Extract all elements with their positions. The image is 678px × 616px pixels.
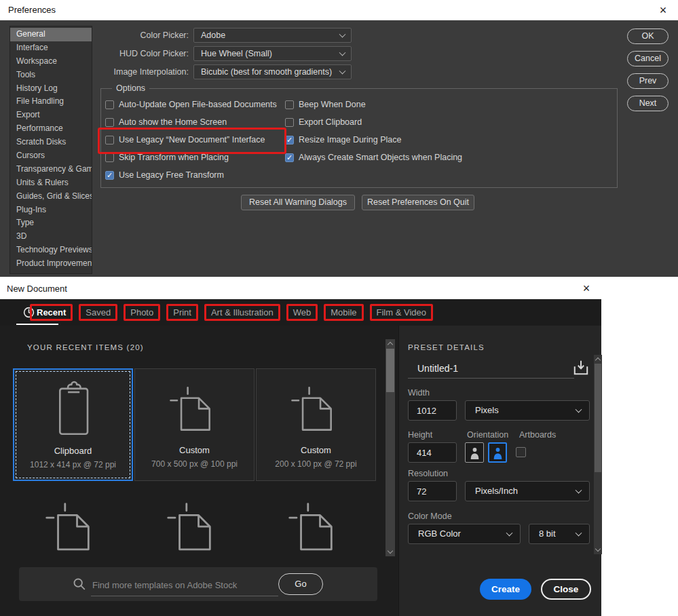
screen: Preferences × General Interface Workspac… — [0, 0, 678, 616]
checkbox-label: Auto-Update Open File-based Documents — [119, 100, 277, 109]
image-interpolation-dropdown[interactable]: Bicubic (best for smooth gradients) — [193, 64, 352, 79]
sidebar-item-units-rulers[interactable]: Units & Rulers — [10, 176, 92, 190]
checkbox-box[interactable]: ✓ — [285, 153, 294, 162]
sidebar-item-scratch-disks[interactable]: Scratch Disks — [10, 136, 92, 149]
orientation-portrait-button[interactable] — [465, 442, 484, 463]
checkbox-box[interactable] — [105, 118, 114, 127]
checkbox-auto-show-home-screen[interactable]: Auto show the Home Screen — [105, 117, 227, 128]
bit-depth-dropdown[interactable]: 8 bit — [529, 524, 590, 544]
sidebar-item-history-log[interactable]: History Log — [10, 82, 92, 96]
sidebar-item-technology-previews[interactable]: Technology Previews — [10, 244, 92, 257]
tab-photo[interactable]: Photo — [124, 304, 160, 321]
cancel-button[interactable]: Cancel — [627, 51, 668, 66]
artboards-checkbox[interactable] — [516, 447, 526, 457]
sidebar-item-tools[interactable]: Tools — [10, 69, 92, 82]
tab-mobile[interactable]: Mobile — [324, 304, 363, 321]
scroll-down-icon[interactable] — [595, 546, 601, 552]
artboards-label: Artboards — [519, 430, 556, 440]
blank-document-icon — [287, 500, 344, 557]
ok-button[interactable]: OK — [627, 28, 668, 44]
preset-details-panel: PRESET DETAILS Width Pixels Height Orien… — [398, 326, 601, 616]
resolution-input[interactable] — [408, 481, 457, 501]
sidebar-item-type[interactable]: Type — [10, 216, 92, 230]
sidebar-item-product-improvement[interactable]: Product Improvement — [10, 257, 92, 271]
preset-panel-scrollbar[interactable] — [594, 355, 602, 554]
checkbox-label: Always Create Smart Objects when Placing — [299, 153, 462, 162]
create-button[interactable]: Create — [480, 579, 531, 600]
scroll-up-icon[interactable] — [595, 358, 601, 363]
recent-item-name: Custom — [301, 445, 331, 455]
hud-color-picker-dropdown[interactable]: Hue Wheel (Small) — [193, 46, 352, 61]
recent-item-custom-200x100[interactable]: Custom 200 x 100 px @ 72 ppi — [256, 368, 376, 481]
color-mode-dropdown[interactable]: RGB Color — [408, 524, 521, 544]
sidebar-item-performance[interactable]: Performance — [10, 122, 92, 136]
active-tab-underline — [16, 324, 58, 325]
new-document-titlebar: New Document × — [0, 278, 601, 299]
preferences-sidebar: General Interface Workspace Tools Histor… — [10, 26, 92, 274]
checkbox-always-create-smart-objects[interactable]: ✓ Always Create Smart Objects when Placi… — [285, 152, 462, 163]
tab-print[interactable]: Print — [166, 304, 198, 321]
sidebar-item-guides-grid-slices[interactable]: Guides, Grid & Slices — [10, 190, 92, 204]
document-name-input[interactable] — [408, 358, 574, 379]
sidebar-item-interface[interactable]: Interface — [10, 41, 92, 55]
checkbox-use-legacy-free-transform[interactable]: ✓ Use Legacy Free Transform — [105, 170, 224, 180]
checkbox-resize-image-during-place[interactable]: ✓ Resize Image During Place — [285, 134, 401, 145]
recent-item-partial[interactable] — [44, 500, 101, 560]
reset-preferences-on-quit-button[interactable]: Reset Preferences On Quit — [362, 195, 474, 210]
checkbox-beep-when-done[interactable]: Beep When Done — [285, 99, 366, 110]
reset-warning-dialogs-button[interactable]: Reset All Warning Dialogs — [241, 195, 355, 210]
tab-recent[interactable]: Recent — [30, 304, 73, 321]
scrollbar-thumb[interactable] — [595, 364, 601, 472]
tab-saved[interactable]: Saved — [79, 304, 117, 321]
blank-document-icon — [290, 384, 343, 437]
tab-art-illustration[interactable]: Art & Illustration — [204, 304, 280, 321]
width-input[interactable] — [408, 400, 457, 421]
checkbox-box[interactable] — [285, 100, 294, 109]
checkbox-box[interactable] — [105, 153, 114, 162]
height-input[interactable] — [408, 442, 457, 463]
sidebar-item-cursors[interactable]: Cursors — [10, 149, 92, 163]
tab-web[interactable]: Web — [286, 304, 318, 321]
scrollbar-thumb[interactable] — [386, 349, 394, 392]
search-input[interactable] — [91, 574, 278, 596]
sidebar-item-file-handling[interactable]: File Handling — [10, 95, 92, 109]
color-picker-label: Color Picker: — [87, 28, 189, 43]
next-button[interactable]: Next — [627, 96, 668, 111]
resolution-unit-dropdown[interactable]: Pixels/Inch — [465, 481, 590, 501]
checkbox-auto-update-open-documents[interactable]: Auto-Update Open File-based Documents — [105, 99, 277, 110]
close-button[interactable]: Close — [541, 579, 591, 600]
recent-item-custom-700x500[interactable]: Custom 700 x 500 px @ 100 ppi — [134, 368, 255, 481]
prev-button[interactable]: Prev — [627, 73, 668, 89]
chevron-down-icon — [506, 530, 513, 537]
go-button[interactable]: Go — [278, 573, 323, 595]
orientation-landscape-button[interactable] — [488, 442, 507, 463]
preferences-close-icon[interactable]: × — [652, 0, 674, 20]
width-unit-dropdown[interactable]: Pixels — [465, 400, 590, 421]
recent-item-partial[interactable] — [166, 500, 223, 560]
recent-item-clipboard[interactable]: Clipboard 1012 x 414 px @ 72 ppi — [13, 368, 133, 481]
tab-film-video[interactable]: Film & Video — [370, 304, 433, 321]
new-document-close-icon[interactable]: × — [576, 278, 597, 299]
checkbox-box[interactable] — [285, 118, 294, 127]
hud-color-picker-label: HUD Color Picker: — [87, 46, 189, 61]
sidebar-item-workspace[interactable]: Workspace — [10, 55, 92, 69]
sidebar-item-3d[interactable]: 3D — [10, 230, 92, 244]
chevron-down-icon — [339, 31, 346, 38]
checkbox-box[interactable] — [105, 100, 114, 109]
recent-items-scrollbar[interactable] — [385, 339, 395, 556]
scroll-up-icon[interactable] — [388, 342, 393, 347]
chevron-down-icon — [339, 50, 346, 56]
sidebar-item-general[interactable]: General — [10, 28, 92, 41]
recent-item-partial[interactable] — [287, 500, 344, 560]
checkbox-export-clipboard[interactable]: Export Clipboard — [285, 117, 362, 128]
new-document-title: New Document — [7, 278, 67, 299]
sidebar-item-export[interactable]: Export — [10, 109, 92, 122]
save-preset-icon[interactable] — [573, 360, 589, 376]
color-picker-dropdown[interactable]: Adobe — [193, 28, 352, 43]
scroll-down-icon[interactable] — [388, 548, 393, 554]
clipboard-icon — [51, 381, 96, 438]
sidebar-item-plug-ins[interactable]: Plug-Ins — [10, 204, 92, 217]
sidebar-item-transparency-gamut[interactable]: Transparency & Gamut — [10, 163, 92, 176]
checkbox-box[interactable]: ✓ — [105, 171, 114, 180]
chevron-down-icon — [576, 530, 582, 537]
